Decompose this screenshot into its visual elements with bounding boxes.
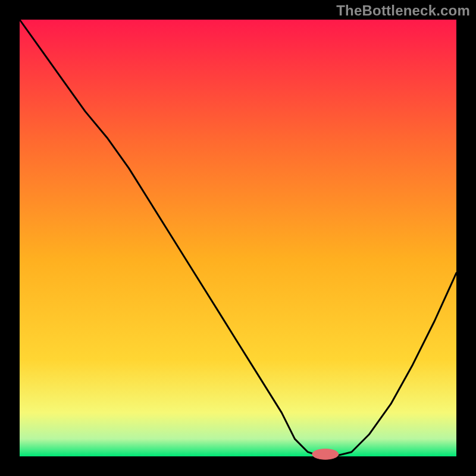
chart-frame: { "watermark": "TheBottleneck.com", "col…	[0, 0, 476, 476]
optimum-marker	[312, 449, 339, 460]
plot-background	[20, 20, 456, 456]
watermark-text: TheBottleneck.com	[336, 2, 470, 19]
bottleneck-chart	[0, 0, 476, 476]
